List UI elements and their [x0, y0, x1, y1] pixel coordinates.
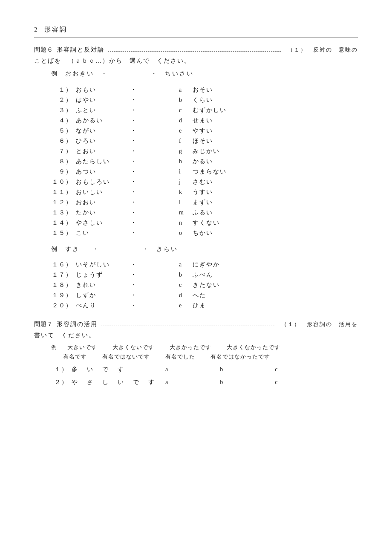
right-pair-item: jさむい: [179, 177, 290, 187]
example1-label: 例: [51, 70, 58, 78]
right-pair-item: iつまらない: [179, 167, 290, 176]
example1-bullet-left: ・: [101, 70, 108, 78]
right-pair-item: aおそい: [179, 85, 290, 95]
left-pair-item: １２）おおい・: [51, 198, 179, 207]
left-pair2-item: ２０）べんり・: [51, 301, 179, 310]
problem6-note: （１） 反対の 意味の: [288, 46, 358, 54]
left-pair-item: １４）やさしい・: [51, 218, 179, 228]
ex-form4: 大きくなかったです: [227, 344, 280, 351]
right-pair-item: kうすい: [179, 188, 290, 197]
problem7-title: 問題７: [34, 321, 53, 328]
right-pair-item: bくらい: [179, 95, 290, 105]
problem6-title: 問題６: [34, 46, 53, 54]
section-number: 2: [34, 26, 37, 33]
right-pair-item: hかるい: [179, 157, 290, 166]
example1-left-word: おおきい: [65, 70, 94, 78]
q-b: b: [220, 366, 224, 373]
ex-form2-4: 有名ではなかったです: [210, 353, 270, 361]
q-a: a: [165, 379, 169, 386]
example2-bullet-left: ・: [92, 246, 100, 253]
right-pair-item: cむずかしい: [179, 106, 290, 115]
ex-form3: 大きかったです: [170, 344, 211, 351]
left-pair-item: ３）ふとい・: [51, 106, 179, 115]
ex-form1: 大きいです: [67, 344, 97, 351]
right-pair2-item: bふべん: [179, 270, 290, 280]
left-pair-item: １５）こい・: [51, 228, 179, 238]
ex-form2-3: 有名でした: [165, 353, 195, 361]
q-b: b: [220, 379, 224, 386]
matching-section1: １）おもい・aおそい２）はやい・bくらい３）ふとい・cむずかしい４）あかるい・d…: [51, 85, 358, 238]
problem6-instruction: ことばを （ａｂｃ…）から 選んで ください。: [34, 57, 358, 65]
problem6-subtitle: 形容詞と反対語: [57, 46, 104, 54]
right-pair2-item: dへた: [179, 291, 290, 300]
problem7-instruction: 書いて ください。: [34, 332, 358, 339]
left-pair2-item: １７）じょうず・: [51, 270, 179, 280]
ex-form2-2: 有名ではないです: [102, 353, 150, 361]
ex-form2: 大きくないです: [112, 344, 154, 351]
q-c: c: [275, 379, 278, 386]
question-row-1: １） 多 い で す a b c: [51, 366, 358, 373]
left-pair-item: ５）ながい・: [51, 126, 179, 136]
questions-container: １） 多 い で す a b c ２） や さ し い で す a b c: [34, 366, 358, 386]
example1-bullet-right: ・: [151, 70, 158, 78]
left-pair-item: ７）とおい・: [51, 147, 179, 156]
left-pair-item: ６）ひろい・: [51, 136, 179, 146]
section-title: 形容詞: [44, 26, 67, 34]
problem6-header: 問題６ 形容詞と反対語 （１） 反対の 意味の: [34, 46, 358, 54]
right-pair-item: gみじかい: [179, 147, 290, 156]
left-pair-item: ９）あつい・: [51, 167, 179, 176]
q-c: c: [275, 366, 278, 373]
q-a: a: [165, 366, 169, 373]
left-pair-item: １１）おいしい・: [51, 188, 179, 197]
q-num: ２）: [51, 379, 68, 386]
left-pair-item: １３）たかい・: [51, 208, 179, 217]
right-pair-item: mふるい: [179, 208, 290, 217]
example2-bullet-right: ・: [142, 246, 150, 253]
example1-right-word: ちいさい: [165, 70, 194, 78]
example-forms-block: 例 大きいです 大きくないです 大きかったです 大きくなかったです 有名です 有…: [51, 344, 358, 361]
right-pair-item: eやすい: [179, 126, 290, 136]
example2-row: 例 すき ・ ・ きらい: [51, 246, 358, 253]
left-pair2-item: １６）いそがしい・: [51, 260, 179, 269]
right-pair2-item: eひま: [179, 301, 290, 310]
left-pair-item: １０）おもしろい・: [51, 177, 179, 187]
left-pair2-item: １８）きれい・: [51, 280, 179, 290]
section-divider: [34, 37, 358, 38]
ex-label: 例: [51, 344, 57, 351]
right-pair-item: fほそい: [179, 136, 290, 146]
right-pair2-item: cきたない: [179, 280, 290, 290]
ex-form2-1: 有名です: [63, 353, 87, 361]
problem7-note: （１） 形容詞の 活用を: [281, 321, 358, 328]
matching-section2: １６）いそがしい・aにぎやか１７）じょうず・bふべん１８）きれい・cきたない１９…: [51, 260, 358, 310]
q-num: １）: [51, 366, 68, 373]
left-pair-item: ８）あたらしい・: [51, 157, 179, 166]
right-pair-item: nすくない: [179, 218, 290, 228]
left-pair-item: １）おもい・: [51, 85, 179, 95]
example2-right-word: きらい: [156, 246, 178, 253]
example2-left-word: すき: [65, 246, 80, 253]
q-word: 多 い で す: [72, 366, 165, 373]
left-pair-item: ４）あかるい・: [51, 116, 179, 125]
right-pair-item: oちかい: [179, 228, 290, 238]
left-pair-item: ２）はやい・: [51, 95, 179, 105]
example1-row: 例 おおきい ・ ・ ちいさい: [51, 70, 358, 78]
left-pair2-item: １９）しずか・: [51, 291, 179, 300]
q-word: や さ し い で す: [72, 379, 165, 386]
right-pair2-item: aにぎやか: [179, 260, 290, 269]
problem7-subtitle: 形容詞の活用: [57, 321, 98, 328]
problem7-header: 問題７ 形容詞の活用 （１） 形容詞の 活用を: [34, 321, 358, 328]
question-row-2: ２） や さ し い で す a b c: [51, 379, 358, 386]
example2-label: 例: [51, 246, 58, 253]
right-pair-item: dせまい: [179, 116, 290, 125]
right-pair-item: lまずい: [179, 198, 290, 207]
